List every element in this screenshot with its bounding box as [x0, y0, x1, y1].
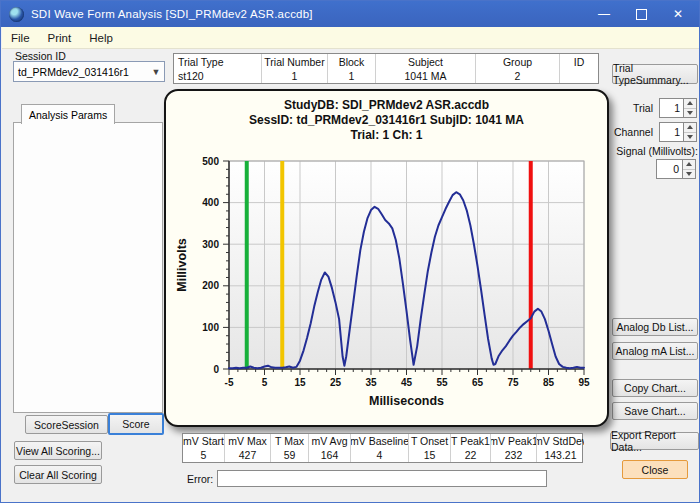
channel-stepper[interactable]: 1	[659, 122, 697, 142]
results-cell: 5	[183, 448, 225, 462]
analog-db-list-button[interactable]: Analog Db List...	[612, 318, 698, 336]
svg-text:85: 85	[543, 377, 555, 388]
view-all-scoring-button[interactable]: View All Scoring...	[14, 441, 102, 460]
y-axis-label: Millivolts	[175, 238, 189, 292]
menu-bar: File Print Help	[2, 27, 700, 49]
error-input[interactable]	[217, 470, 547, 487]
results-cell: 59	[271, 448, 309, 462]
results-cell: 427	[225, 448, 271, 462]
close-icon[interactable]: ✕	[673, 8, 683, 20]
trial-info-cell: 1	[328, 69, 376, 83]
error-label: Error:	[187, 473, 213, 485]
svg-text:25: 25	[330, 377, 342, 388]
svg-text:75: 75	[507, 377, 519, 388]
menu-file[interactable]: File	[2, 29, 39, 47]
trial-info-header: Trial Number	[262, 54, 328, 69]
spin-down-icon[interactable]	[684, 109, 696, 118]
spin-down-icon[interactable]	[684, 133, 696, 142]
waveform-plot: -551525354555657585950100200300400500Mil…	[166, 145, 607, 427]
signal-stepper[interactable]: 0	[656, 159, 696, 179]
window-title: SDI Wave Form Analysis [SDI_PRMdev2 ASR.…	[31, 8, 313, 20]
svg-text:55: 55	[436, 377, 448, 388]
minimize-icon[interactable]: —	[598, 8, 610, 20]
svg-text:5: 5	[262, 377, 268, 388]
maximize-icon[interactable]	[636, 9, 647, 20]
results-cell: 15	[409, 448, 451, 462]
menu-print[interactable]: Print	[39, 29, 81, 47]
svg-text:65: 65	[472, 377, 484, 388]
trial-info-cell: 2	[476, 69, 560, 83]
results-header: mV Peak1	[491, 434, 537, 448]
results-header: mV Start	[183, 434, 225, 448]
svg-text:95: 95	[578, 377, 590, 388]
chevron-down-icon: ▼	[148, 67, 164, 77]
trial-value[interactable]: 1	[659, 98, 683, 118]
spin-up-icon[interactable]	[684, 99, 696, 109]
svg-text:400: 400	[202, 197, 219, 208]
x-axis-label: Milliseconds	[369, 394, 444, 408]
score-button[interactable]: Score	[108, 413, 164, 435]
trial-info-cell: 1041 MA	[376, 69, 476, 83]
svg-text:35: 35	[365, 377, 377, 388]
results-cell: 164	[309, 448, 351, 462]
svg-text:100: 100	[202, 322, 219, 333]
chart-title-sessid: SessID: td_PRMdev2_031416r1 SubjID: 1041…	[166, 113, 607, 128]
trial-info-header: Trial Type	[174, 54, 262, 69]
session-id-value: td_PRMdev2_031416r1	[14, 66, 148, 78]
results-header: T Onset	[409, 434, 451, 448]
chart-title-studydb: StudyDB: SDI_PRMdev2 ASR.accdb	[166, 98, 607, 113]
trial-type-summary-button[interactable]: Trial TypeSummary...	[612, 64, 698, 84]
trial-info-table: Trial Type Trial Number Block Subject Gr…	[173, 53, 599, 84]
spin-up-icon[interactable]	[684, 123, 696, 133]
copy-chart-button[interactable]: Copy Chart...	[612, 379, 698, 397]
close-button[interactable]: Close	[622, 460, 688, 479]
waveform-chart: StudyDB: SDI_PRMdev2 ASR.accdb SessID: t…	[164, 89, 609, 427]
score-session-button[interactable]: ScoreSession	[25, 415, 108, 434]
trial-info-cell: st120	[174, 69, 262, 83]
app-icon	[9, 7, 24, 22]
tab-analysis-params[interactable]: Analysis Params	[21, 104, 115, 124]
trial-info-header: ID	[560, 54, 598, 69]
svg-text:-5: -5	[225, 377, 234, 388]
results-header: mV Baseline	[351, 434, 409, 448]
channel-value[interactable]: 1	[659, 122, 683, 142]
analog-ma-list-button[interactable]: Analog mA List...	[612, 342, 698, 360]
menu-help[interactable]: Help	[80, 29, 122, 47]
trial-stepper[interactable]: 1	[659, 98, 697, 118]
trial-info-header: Block	[328, 54, 376, 69]
trial-spin[interactable]	[683, 98, 697, 118]
spin-down-icon[interactable]	[683, 170, 695, 179]
svg-text:200: 200	[202, 280, 219, 291]
svg-text:0: 0	[213, 364, 219, 375]
signal-label: Signal (Millivolts):	[601, 145, 698, 157]
results-cell: 4	[351, 448, 409, 462]
session-id-select[interactable]: td_PRMdev2_031416r1 ▼	[13, 61, 165, 82]
analysis-params-panel	[13, 122, 163, 413]
clear-all-scoring-button[interactable]: Clear All Scoring	[14, 465, 102, 484]
results-cell: 232	[491, 448, 537, 462]
app-window: SDI Wave Form Analysis [SDI_PRMdev2 ASR.…	[0, 0, 700, 503]
results-cell: 22	[451, 448, 491, 462]
trial-info-cell	[560, 69, 598, 83]
signal-spin[interactable]	[682, 159, 696, 179]
results-header: mV Avg	[309, 434, 351, 448]
save-chart-button[interactable]: Save Chart...	[612, 402, 698, 420]
title-bar: SDI Wave Form Analysis [SDI_PRMdev2 ASR.…	[1, 1, 699, 27]
results-table: mV Start mV Max T Max mV Avg mV Baseline…	[182, 433, 583, 463]
svg-text:45: 45	[401, 377, 413, 388]
results-cell: 143.21	[537, 448, 584, 462]
svg-text:15: 15	[294, 377, 306, 388]
chart-title-trial: Trial: 1 Ch: 1	[166, 128, 607, 143]
channel-spin[interactable]	[683, 122, 697, 142]
export-report-data-button[interactable]: Export Report Data...	[610, 432, 699, 450]
trial-info-header: Group	[476, 54, 560, 69]
svg-text:500: 500	[202, 156, 219, 167]
results-header: T Peak1	[451, 434, 491, 448]
results-header: mV Max	[225, 434, 271, 448]
svg-text:300: 300	[202, 239, 219, 250]
spin-up-icon[interactable]	[683, 160, 695, 170]
results-header: T Max	[271, 434, 309, 448]
signal-value[interactable]: 0	[656, 159, 682, 179]
trial-info-header: Subject	[376, 54, 476, 69]
results-header: mV StdDev	[537, 434, 584, 448]
